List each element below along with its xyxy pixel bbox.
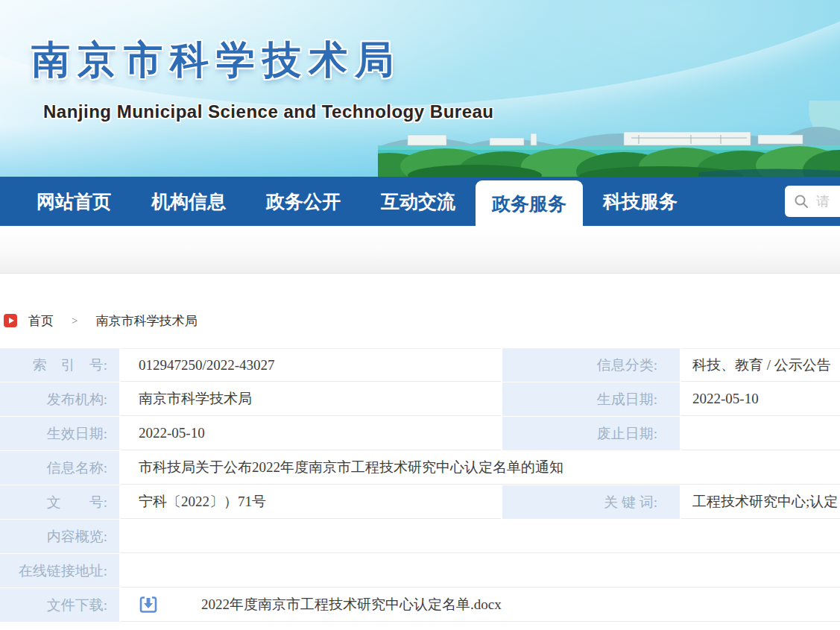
keyword-value: 工程技术研究中心;认定	[681, 485, 840, 519]
search-box[interactable]	[785, 186, 840, 217]
site-title-chinese: 南京市科学技术局	[31, 34, 401, 86]
publisher-label: 发布机构:	[0, 382, 119, 416]
table-row: 文 号: 宁科〔2022〕）71号 关 键 词: 工程技术研究中心;认定	[0, 485, 840, 519]
effective-date-label: 生效日期:	[0, 417, 119, 450]
info-category-label: 信息分类:	[502, 348, 680, 382]
created-date-label: 生成日期:	[502, 382, 680, 416]
keyword-label: 关 键 词:	[502, 485, 680, 519]
doc-number-value: 宁科〔2022〕）71号	[121, 485, 501, 519]
breadcrumb-home-link[interactable]: 首页	[28, 312, 54, 330]
table-row: 生效日期: 2022-05-10 废止日期:	[0, 417, 840, 450]
publisher-value: 南京市科学技术局	[121, 382, 501, 416]
nav-item-home[interactable]: 网站首页	[16, 177, 131, 226]
table-row: 在线链接地址:	[0, 554, 840, 588]
breadcrumb: 首页 > 南京市科学技术局	[4, 312, 840, 329]
document-info-table: 索 引 号: 012947250/2022-43027 信息分类: 科技、教育 …	[0, 348, 840, 622]
nav-item-gov-service-active[interactable]: 政务服务	[476, 180, 583, 231]
search-icon	[794, 194, 809, 209]
download-icon[interactable]	[139, 595, 158, 614]
table-row: 发布机构: 南京市科学技术局 生成日期: 2022-05-10	[0, 382, 840, 416]
created-date-value: 2022-05-10	[681, 382, 840, 416]
info-name-value: 市科技局关于公布2022年度南京市工程技术研究中心认定名单的通知	[121, 451, 840, 485]
file-download-label: 文件下载:	[0, 588, 119, 622]
table-row: 索 引 号: 012947250/2022-43027 信息分类: 科技、教育 …	[0, 348, 840, 382]
site-banner: 南京市科学技术局 Nanjing Municipal Science and T…	[0, 0, 840, 177]
index-number-value: 012947250/2022-43027	[121, 348, 501, 382]
nav-item-tech-service[interactable]: 科技服务	[583, 177, 698, 226]
breadcrumb-current-page: 南京市科学技术局	[95, 312, 197, 330]
nav-item-org-info[interactable]: 机构信息	[131, 177, 246, 226]
subnav-strip	[0, 226, 840, 274]
effective-date-value: 2022-05-10	[121, 417, 501, 450]
table-row: 内容概览:	[0, 520, 840, 553]
abolition-date-label: 废止日期:	[502, 417, 680, 450]
site-title-english: Nanjing Municipal Science and Technology…	[43, 101, 493, 122]
table-row: 文件下载: 2022年度南京市工程技术研究中心认定名单.docx	[0, 588, 840, 622]
page: 南京市科学技术局 Nanjing Municipal Science and T…	[0, 0, 840, 630]
nav-item-gov-open[interactable]: 政务公开	[246, 177, 361, 226]
table-row: 信息名称: 市科技局关于公布2022年度南京市工程技术研究中心认定名单的通知	[0, 451, 840, 485]
breadcrumb-separator: >	[72, 315, 78, 327]
content-summary-value	[121, 520, 840, 553]
online-link-value	[121, 554, 840, 588]
abolition-date-value	[681, 417, 840, 450]
content-summary-label: 内容概览:	[0, 520, 119, 553]
index-number-label: 索 引 号:	[0, 348, 119, 382]
main-navigation: 网站首页 机构信息 政务公开 互动交流 政务服务 科技服务	[0, 177, 840, 226]
search-input[interactable]	[816, 194, 840, 210]
info-name-label: 信息名称:	[0, 451, 119, 485]
doc-number-label: 文 号:	[0, 485, 119, 519]
nav-item-interaction[interactable]: 互动交流	[361, 177, 476, 226]
file-download-value: 2022年度南京市工程技术研究中心认定名单.docx	[121, 588, 840, 622]
breadcrumb-home-icon	[4, 314, 17, 327]
online-link-label: 在线链接地址:	[0, 554, 119, 588]
download-file-link[interactable]: 2022年度南京市工程技术研究中心认定名单.docx	[201, 595, 502, 614]
info-category-value: 科技、教育 / 公示公告	[681, 348, 840, 382]
